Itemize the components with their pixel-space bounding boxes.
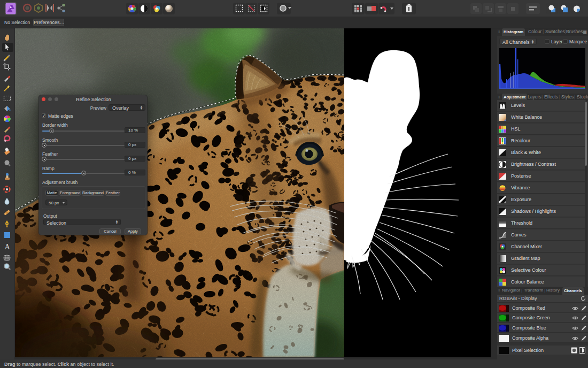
svg-text:A: A (4, 243, 10, 251)
